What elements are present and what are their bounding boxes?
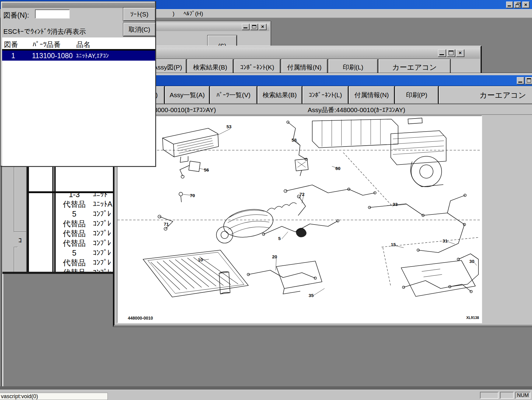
front-window-titlebar [115,75,532,86]
groupbox-fragment-line [14,167,14,232]
menu-item-help[interactable]: ﾍﾙﾌﾟ(H) [184,10,203,17]
list-item[interactable]: 5ｺﾝﾌﾟﾚ [56,209,113,219]
assy-diagram-panel[interactable]: 53 58 56 60 70 72 71 33 5 15 31 20 10 30… [117,115,482,323]
front-window[interactable]: Assy図(P) Assy一覧(A) ﾊﾟｰﾂ一覧(V) 検索結果(B) ｺﾝﾎ… [113,73,532,327]
middle-maximize-button[interactable] [447,49,455,57]
assy-info-bar: Assy品番:448000-0010(ｶｰｴｱｺﾝAY) Assy品番:4480… [114,104,532,115]
front-maximize-button[interactable] [525,77,532,84]
callout-33: 33 [393,202,398,207]
front-tab-parts-list[interactable]: ﾊﾟｰﾂ一覧(V) [210,86,257,104]
list-item[interactable]: 代替品ｺﾝﾌﾟﾚ [56,219,113,228]
screen: × ) ﾍﾙﾌﾟ(H) × (S) × Assy図(P) 検索結果(B) ｺﾝﾎ… [0,0,532,400]
front-tab-assy-list[interactable]: Assy一覧(A) [165,86,209,104]
list-item[interactable]: 代替品ﾕﾆｯﾄA [56,199,113,209]
list-item[interactable]: 5ｺﾝﾌﾟﾚ [56,248,113,258]
callout-31: 31 [443,238,448,243]
callout-56: 56 [204,167,209,172]
front-minimize-button[interactable] [517,77,524,84]
main-restore-button[interactable] [514,2,521,8]
list-item[interactable]: 代替品ｺﾝﾌﾟﾚ [56,238,113,248]
esc-note: ESCｷｰでｳｨﾝﾄﾞｳ消去/再表示 [3,27,86,36]
main-close-button[interactable]: × [522,2,530,8]
callout-70: 70 [190,193,195,198]
panel-border-1 [26,167,29,274]
callout-15: 15 [391,242,396,247]
dialog-titlebar[interactable] [2,3,155,8]
front-tab-print[interactable]: 印刷(P) [395,86,438,104]
middle-minimize-button[interactable] [438,49,446,57]
selected-row-part-number: 113100-1080 [32,52,73,60]
front-tab-car-aircon[interactable]: カーエアコン [439,86,532,104]
list-item[interactable]: 代替品ｺﾝﾌﾟﾚ [56,228,113,238]
callout-53: 53 [226,124,232,129]
list-divider-line [27,191,113,193]
callout-5: 5 [278,236,281,241]
callout-30: 30 [469,259,474,264]
selected-row[interactable]: 1 113100-1080 ﾕﾆｯﾄAY,ｴｱｺﾝ [2,51,155,61]
sort-button[interactable]: ｿｰﾄ(S) [123,8,156,21]
assy-number-right: Assy品番:448000-0010(ｶｰｴｱｺﾝAY) [308,106,405,114]
background-maximize-button[interactable] [250,24,258,30]
main-minimize-button[interactable] [506,2,513,8]
callout-72: 72 [299,192,305,197]
panels-bottom-border [2,272,114,274]
column-header-part-number: ﾊﾟｰﾂ品番 [33,40,61,49]
front-tab-attached-info[interactable]: 付属情報(N) [349,86,394,104]
callout-20: 20 [272,254,277,259]
zuban-dialog[interactable]: 図番(N): ｿｰﾄ(S) 取消(C) ESCｷｰでｳｨﾝﾄﾞｳ消去/再表示 図… [1,1,156,167]
groupbox-fragment-corner [14,232,26,232]
parts-list-area[interactable]: 1-3ﾕﾆｯﾄ 代替品ﾕﾆｯﾄA 5ｺﾝﾌﾟﾚ 代替品ｺﾝﾌﾟﾚ 代替品ｺﾝﾌﾟ… [56,167,113,274]
menu-item-partial[interactable]: ) [173,10,174,17]
groupbox2-left-line [14,247,14,274]
list-item[interactable]: 1-3ﾕﾆｯﾄ [56,193,113,199]
left-gray-panel: ｺ [2,167,26,274]
selected-row-zuban: 1 [11,52,15,60]
status-num-indicator: NUM [515,392,530,399]
diagram-footer-code: XL9138 [466,316,479,320]
cancel-button[interactable]: 取消(C) [123,23,156,36]
column-header-part-name: 品名 [76,40,90,49]
callout-35: 35 [309,293,314,298]
front-tab-row: Assy図(P) Assy一覧(A) ﾊﾟｰﾂ一覧(V) 検索結果(B) ｺﾝﾎ… [114,86,532,104]
groupbox-label: ｺ [18,236,22,245]
empty-list-column[interactable] [29,167,52,274]
front-tab-search-results[interactable]: 検索結果(B) [257,86,302,104]
status-link-tooltip: vascript:void(0) [0,393,108,400]
list-item[interactable]: 代替品ｺﾝﾌﾟﾚ [56,258,113,267]
middle-close-button[interactable]: × [456,49,464,57]
background-minimize-button[interactable] [242,24,250,30]
statusbar-shadow [0,386,532,390]
assy-diagram: 53 58 56 60 70 72 71 33 5 15 31 20 10 30… [117,116,481,323]
callout-71: 71 [164,221,169,227]
column-header-zuban: 図番 [4,40,18,49]
parts-list-rows: 1-3ﾕﾆｯﾄ 代替品ﾕﾆｯﾄA 5ｺﾝﾌﾟﾚ 代替品ｺﾝﾌﾟﾚ 代替品ｺﾝﾌﾟ… [56,193,113,274]
background-close-button[interactable]: × [259,24,267,30]
front-tab-component[interactable]: ｺﾝﾎﾟｰﾈﾝﾄ(L) [303,86,348,104]
panel-border-2 [52,167,56,274]
selected-row-part-name: ﾕﾆｯﾄAY,ｴｱｺﾝ [76,52,109,59]
callout-60: 60 [335,166,341,171]
zuban-input[interactable] [35,9,70,19]
status-panel-1 [480,392,499,399]
callout-58: 58 [292,137,297,143]
callout-10: 10 [198,257,203,262]
status-panel-2 [500,392,514,399]
zuban-label: 図番(N): [3,11,29,20]
diagram-footer-part-number: 448000-0010 [128,316,153,320]
dialog-list-area: 図番 ﾊﾟｰﾂ品番 品名 1 113100-1080 ﾕﾆｯﾄAY,ｴｱｺﾝ [2,37,155,166]
